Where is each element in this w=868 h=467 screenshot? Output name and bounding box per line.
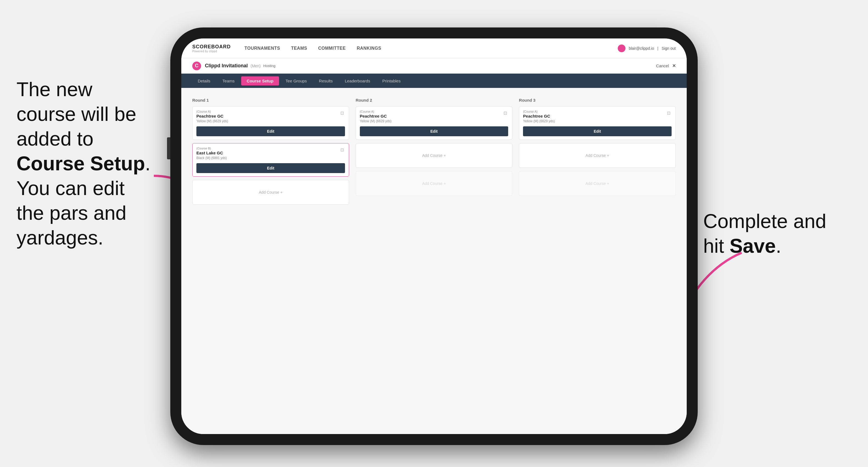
round-2-add-course-label: Add Course+ (422, 153, 446, 158)
tournament-name: Clippd Invitational (205, 63, 248, 69)
round-3-course-a-info: (Course A) Peachtree GC Yellow (M) (6629… (523, 110, 555, 123)
top-nav: SCOREBOARD Powered by clippd TOURNAMENTS… (181, 38, 687, 58)
annotation-save: Save (730, 235, 776, 257)
round-3-course-a-header: (Course A) Peachtree GC Yellow (M) (6629… (519, 106, 676, 123)
nav-separator: | (657, 46, 658, 51)
round-2-course-a-detail: Yellow (M) (6629 yds) (360, 119, 392, 123)
round-2-course-a-edit-button[interactable]: Edit (360, 126, 508, 136)
tab-results[interactable]: Results (313, 76, 338, 86)
user-avatar (618, 44, 625, 52)
nav-rankings[interactable]: RANKINGS (357, 46, 381, 51)
main-content: Round 1 (Course A) Peachtree GC Yellow (… (181, 88, 687, 434)
round-1-course-b-card: (Course B) East Lake GC Black (M) (6891 … (192, 143, 349, 177)
round-2-add-course-dimmed: Add Course+ (356, 171, 513, 196)
tablet-screen: SCOREBOARD Powered by clippd TOURNAMENTS… (181, 38, 687, 434)
tournament-status: Hosting (264, 64, 276, 68)
round-1-course-b-info: (Course B) East Lake GC Black (M) (6891 … (196, 147, 227, 160)
brand-name: SCOREBOARD (192, 44, 231, 50)
nav-committee[interactable]: COMMITTEE (318, 46, 346, 51)
annotation-left: The new course will be added to Course S… (17, 77, 187, 250)
round-1-course-b-label: (Course B) (196, 147, 227, 150)
round-2-course-a-label: (Course A) (360, 110, 392, 113)
round-3-title: Round 3 (519, 98, 676, 102)
round-1-course-b-header: (Course B) East Lake GC Black (M) (6891 … (192, 144, 349, 160)
tournament-gender: (Men) (250, 64, 261, 68)
round-1-course-a-header: (Course A) Peachtree GC Yellow (M) (6629… (192, 106, 349, 123)
sign-out-link[interactable]: Sign out (662, 46, 676, 51)
brand-sub: Powered by clippd (192, 50, 231, 53)
round-1-course-b-name: East Lake GC (196, 151, 223, 155)
round-1-add-course-label: Add Course+ (259, 190, 282, 194)
side-button (167, 137, 170, 159)
nav-links: TOURNAMENTS TEAMS COMMITTEE RANKINGS (245, 46, 618, 51)
tab-tee-groups[interactable]: Tee Groups (280, 76, 313, 86)
round-1-course-a-card: (Course A) Peachtree GC Yellow (M) (6629… (192, 106, 349, 140)
nav-teams[interactable]: TEAMS (291, 46, 307, 51)
round-2-course-a-name: Peachtree GC (360, 114, 387, 118)
tablet-shell: SCOREBOARD Powered by clippd TOURNAMENTS… (170, 28, 698, 445)
round-2-title: Round 2 (356, 98, 513, 102)
round-2-course-a-card: (Course A) Peachtree GC Yellow (M) (6629… (356, 106, 513, 140)
cancel-button[interactable]: Cancel (656, 63, 669, 68)
round-2-course-a-info: (Course A) Peachtree GC Yellow (M) (6629… (360, 110, 392, 123)
annotation-course-setup: Course Setup (17, 152, 145, 175)
round-2-add-course-button[interactable]: Add Course+ (356, 143, 513, 168)
round-1-course-b-edit-button[interactable]: Edit (196, 163, 345, 173)
close-icon[interactable]: ✕ (672, 63, 676, 68)
round-1-course-b-delete-button[interactable]: ⊡ (339, 147, 345, 153)
round-2-add-course-dimmed-label: Add Course+ (422, 181, 446, 186)
tab-leaderboards[interactable]: Leaderboards (339, 76, 376, 86)
round-1-title: Round 1 (192, 98, 349, 102)
nav-tournaments[interactable]: TOURNAMENTS (245, 46, 280, 51)
round-2-column: Round 2 (Course A) Peachtree GC Yellow (… (356, 98, 513, 208)
round-1-course-a-detail: Yellow (M) (6629 yds) (196, 119, 228, 123)
round-1-course-a-name: Peachtree GC (196, 114, 223, 118)
round-3-add-course-dimmed: Add Course+ (519, 171, 676, 196)
tab-printables[interactable]: Printables (377, 76, 406, 86)
round-1-course-a-label: (Course A) (196, 110, 228, 113)
round-3-add-course-button[interactable]: Add Course+ (519, 143, 676, 168)
tab-course-setup[interactable]: Course Setup (241, 76, 279, 86)
nav-right: blair@clippd.io | Sign out (618, 44, 676, 52)
tournament-bar: C Clippd Invitational (Men) Hosting Canc… (181, 58, 687, 73)
tab-teams[interactable]: Teams (217, 76, 240, 86)
round-2-course-a-header: (Course A) Peachtree GC Yellow (M) (6629… (356, 106, 512, 123)
tab-details[interactable]: Details (192, 76, 216, 86)
brand-logo: SCOREBOARD Powered by clippd (192, 44, 231, 53)
annotation-right: Complete and hit Save. (703, 209, 846, 258)
tournament-bar-right: Cancel ✕ (656, 63, 676, 68)
round-3-course-a-detail: Yellow (M) (6629 yds) (523, 119, 555, 123)
round-1-course-a-delete-button[interactable]: ⊡ (339, 110, 345, 116)
round-1-course-a-edit-button[interactable]: Edit (196, 126, 345, 136)
round-1-course-a-info: (Course A) Peachtree GC Yellow (M) (6629… (196, 110, 228, 123)
round-2-course-a-delete-button[interactable]: ⊡ (502, 110, 508, 116)
user-email: blair@clippd.io (629, 46, 654, 51)
round-3-course-a-label: (Course A) (523, 110, 555, 113)
round-3-course-a-name: Peachtree GC (523, 114, 550, 118)
round-3-add-course-label: Add Course+ (586, 153, 609, 158)
tournament-logo: C (192, 62, 201, 70)
round-1-add-course-button[interactable]: Add Course+ (192, 180, 349, 205)
round-3-add-course-dimmed-label: Add Course+ (586, 181, 609, 186)
round-3-course-a-delete-button[interactable]: ⊡ (666, 110, 672, 116)
sub-nav: Details Teams Course Setup Tee Groups Re… (181, 73, 687, 88)
round-3-column: Round 3 (Course A) Peachtree GC Yellow (… (519, 98, 676, 208)
rounds-container: Round 1 (Course A) Peachtree GC Yellow (… (192, 98, 676, 208)
round-1-column: Round 1 (Course A) Peachtree GC Yellow (… (192, 98, 349, 208)
round-3-course-a-card: (Course A) Peachtree GC Yellow (M) (6629… (519, 106, 676, 140)
round-3-course-a-edit-button[interactable]: Edit (523, 126, 672, 136)
round-1-course-b-detail: Black (M) (6891 yds) (196, 156, 227, 160)
